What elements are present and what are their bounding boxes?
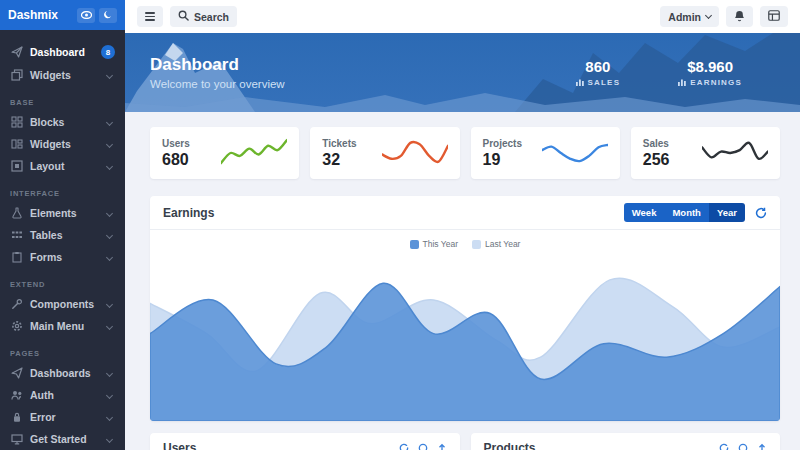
users-list-card: Users bbox=[150, 433, 460, 450]
sidebar-item-elements[interactable]: Elements bbox=[0, 202, 125, 224]
refresh-icon[interactable] bbox=[399, 443, 409, 450]
legend-swatch bbox=[472, 240, 481, 249]
brand-logo: Dashmix bbox=[8, 8, 73, 22]
products-list-card: Products bbox=[471, 433, 781, 450]
sales-sparkline bbox=[702, 136, 768, 170]
search-icon bbox=[178, 10, 189, 23]
stat-value: 32 bbox=[322, 151, 356, 169]
options-icon[interactable] bbox=[437, 443, 447, 450]
chevron-down-icon bbox=[106, 435, 113, 442]
sidebar-section-base: BASE bbox=[0, 86, 125, 111]
sidebar-toggle-button[interactable] bbox=[137, 6, 163, 27]
fullscreen-icon[interactable] bbox=[738, 443, 748, 450]
legend-swatch bbox=[410, 240, 419, 249]
chevron-down-icon bbox=[106, 253, 113, 260]
sidebar-item-page-kits[interactable]: Widgets bbox=[0, 64, 125, 86]
table-icon bbox=[10, 229, 23, 241]
sidebar-item-label: Dashboards bbox=[30, 367, 100, 379]
sidebar-item-label: Layout bbox=[30, 160, 100, 172]
sidebar-item-blocks[interactable]: Blocks bbox=[0, 111, 125, 133]
side-overlay-button[interactable] bbox=[760, 6, 788, 27]
sidebar-item-label: Main Menu bbox=[30, 320, 100, 332]
bottom-cards-row: Users Products bbox=[150, 433, 780, 450]
clipboard-icon bbox=[10, 251, 23, 263]
lock-icon bbox=[10, 411, 23, 423]
eye-icon[interactable] bbox=[77, 8, 95, 23]
refresh-icon[interactable] bbox=[755, 207, 767, 219]
notifications-button[interactable] bbox=[726, 6, 753, 27]
dark-mode-moon-icon[interactable] bbox=[99, 8, 117, 23]
sidebar-item-get-started[interactable]: Get Started bbox=[0, 428, 125, 450]
range-year-button[interactable]: Year bbox=[709, 203, 745, 222]
grid-icon bbox=[10, 116, 23, 128]
page-subtitle: Welcome to your overview bbox=[150, 78, 285, 90]
chevron-down-icon bbox=[106, 140, 113, 147]
card-title: Products bbox=[484, 441, 720, 450]
layers-icon bbox=[10, 69, 23, 81]
sidebar-item-label: Widgets bbox=[30, 138, 100, 150]
admin-menu-button[interactable]: Admin bbox=[660, 6, 719, 27]
paper-plane-icon bbox=[10, 46, 23, 58]
page-title: Dashboard bbox=[150, 55, 285, 75]
users-sparkline bbox=[221, 136, 287, 170]
fullscreen-icon[interactable] bbox=[418, 443, 428, 450]
bell-icon bbox=[734, 10, 745, 24]
sidebar-section-interface: INTERFACE bbox=[0, 177, 125, 202]
chevron-down-icon bbox=[106, 322, 113, 329]
sidebar-item-tables[interactable]: Tables bbox=[0, 224, 125, 246]
chevron-down-icon bbox=[106, 118, 113, 125]
stat-value: 256 bbox=[643, 151, 670, 169]
chevron-down-icon bbox=[106, 71, 113, 78]
sidebar-item-widgets[interactable]: Widgets bbox=[0, 133, 125, 155]
admin-label: Admin bbox=[668, 11, 701, 23]
stat-value: 680 bbox=[162, 151, 190, 169]
earnings-value: $8.960 bbox=[678, 58, 742, 75]
sidebar-section-extend: EXTEND bbox=[0, 268, 125, 293]
sidebar-item-layout[interactable]: Layout bbox=[0, 155, 125, 177]
monitor-icon bbox=[10, 433, 23, 445]
sidebar-item-label: Error bbox=[30, 411, 100, 423]
legend-label: This Year bbox=[423, 239, 458, 249]
chevron-down-icon bbox=[106, 369, 113, 376]
hero-text: Dashboard Welcome to your overview bbox=[150, 55, 285, 90]
sidebar-item-label: Tables bbox=[30, 229, 100, 241]
sidebar-item-dashboards[interactable]: Dashboards bbox=[0, 362, 125, 384]
app-root: Dashmix Dashboard 8 Widgets BASE bbox=[0, 0, 800, 450]
earnings-label: EARNINGS bbox=[690, 78, 742, 87]
wrench-icon bbox=[10, 298, 23, 310]
sidebar-item-auth[interactable]: Auth bbox=[0, 384, 125, 406]
users-icon bbox=[10, 389, 23, 401]
sidebar-item-main-menu[interactable]: Main Menu bbox=[0, 315, 125, 337]
users-stat-card: Users 680 bbox=[150, 127, 299, 179]
sidebar-item-dashboard[interactable]: Dashboard 8 bbox=[0, 40, 125, 64]
hero-stats: 860 SALES $8.960 EARNINGS bbox=[576, 58, 771, 88]
sidebar-item-error[interactable]: Error bbox=[0, 406, 125, 428]
stat-label: Tickets bbox=[322, 138, 356, 149]
chevron-down-icon bbox=[106, 413, 113, 420]
earnings-card: Earnings Week Month Year This Year bbox=[150, 196, 780, 421]
sidebar-item-components[interactable]: Components bbox=[0, 293, 125, 315]
sales-stat: 860 SALES bbox=[576, 58, 621, 88]
refresh-icon[interactable] bbox=[719, 443, 729, 450]
sidebar-item-label: Auth bbox=[30, 389, 100, 401]
chevron-down-icon bbox=[106, 162, 113, 169]
apps-grid-icon bbox=[768, 10, 780, 23]
earnings-title: Earnings bbox=[163, 206, 624, 220]
range-week-button[interactable]: Week bbox=[624, 203, 665, 222]
options-icon[interactable] bbox=[757, 443, 767, 450]
sidebar-nav: Dashboard 8 Widgets BASE Blocks Widgets bbox=[0, 30, 125, 450]
gear-icon bbox=[10, 320, 23, 332]
sidebar-item-label: Dashboard bbox=[30, 46, 94, 58]
top-header: Search Admin bbox=[125, 0, 800, 33]
sidebar-item-forms[interactable]: Forms bbox=[0, 246, 125, 268]
sales-label: SALES bbox=[588, 78, 621, 87]
content-area: Users 680 Tickets 32 Projects 19 Sales bbox=[125, 112, 800, 450]
chevron-down-icon bbox=[705, 12, 712, 19]
projects-sparkline bbox=[542, 136, 608, 170]
bar-chart-icon bbox=[576, 78, 584, 88]
search-button[interactable]: Search bbox=[170, 6, 237, 27]
range-month-button[interactable]: Month bbox=[664, 203, 709, 222]
range-button-group: Week Month Year bbox=[624, 203, 745, 222]
stat-label: Users bbox=[162, 138, 190, 149]
tickets-stat-card: Tickets 32 bbox=[310, 127, 459, 179]
